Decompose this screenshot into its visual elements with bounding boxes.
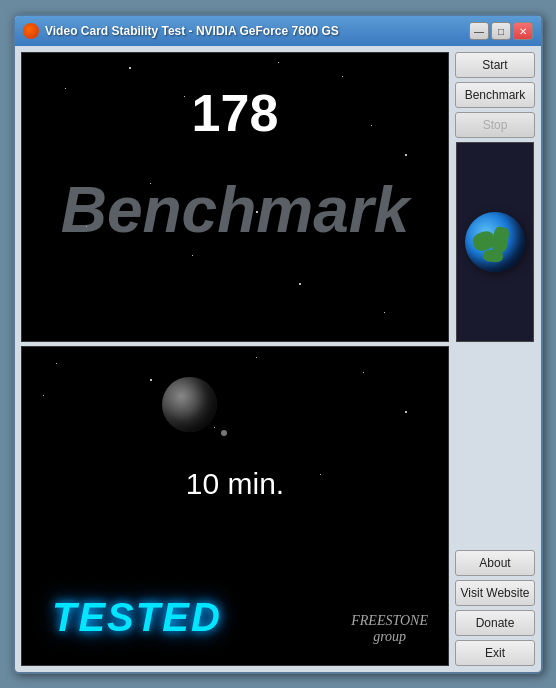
star <box>405 411 407 413</box>
star <box>342 76 343 77</box>
maximize-button[interactable]: □ <box>491 22 511 40</box>
minimize-button[interactable]: — <box>469 22 489 40</box>
visit-website-button[interactable]: Visit Website <box>455 580 535 606</box>
window-title: Video Card Stability Test - NVIDIA GeFor… <box>45 24 469 38</box>
star <box>278 62 279 63</box>
moon-shape <box>162 377 217 432</box>
benchmark-label: Benchmark <box>22 173 448 247</box>
app-icon <box>23 23 39 39</box>
top-buttons: Start Benchmark Stop <box>455 52 535 138</box>
star <box>129 67 131 69</box>
star <box>150 379 152 381</box>
freestone-label: FREESTONE group <box>351 613 428 645</box>
star <box>192 255 193 256</box>
about-button[interactable]: About <box>455 550 535 576</box>
star <box>384 312 385 313</box>
star <box>256 357 257 358</box>
left-panel: 178 Benchmark 10 min. TESTED <box>21 52 449 666</box>
test-canvas: 10 min. TESTED FREESTONE group <box>21 346 449 666</box>
earth-globe <box>465 212 525 272</box>
timer-display: 10 min. <box>22 467 448 501</box>
right-panel: Start Benchmark Stop About Visit Website… <box>455 52 535 666</box>
star <box>299 283 301 285</box>
exit-button[interactable]: Exit <box>455 640 535 666</box>
star <box>43 395 44 396</box>
earth-land-3 <box>483 249 504 263</box>
earth-display <box>456 142 534 342</box>
earth-land-2 <box>491 226 510 253</box>
start-button[interactable]: Start <box>455 52 535 78</box>
bottom-buttons: About Visit Website Donate Exit <box>455 550 535 666</box>
star <box>363 372 364 373</box>
tested-label: TESTED <box>52 595 222 640</box>
title-bar: Video Card Stability Test - NVIDIA GeFor… <box>15 16 541 46</box>
close-button[interactable]: ✕ <box>513 22 533 40</box>
star <box>405 154 407 156</box>
moon-display <box>162 377 217 432</box>
window-content: 178 Benchmark 10 min. TESTED <box>15 46 541 672</box>
star <box>56 363 57 364</box>
main-window: Video Card Stability Test - NVIDIA GeFor… <box>13 14 543 674</box>
benchmark-canvas: 178 Benchmark <box>21 52 449 342</box>
benchmark-score: 178 <box>22 83 448 143</box>
benchmark-button[interactable]: Benchmark <box>455 82 535 108</box>
window-controls: — □ ✕ <box>469 22 533 40</box>
donate-button[interactable]: Donate <box>455 610 535 636</box>
stop-button[interactable]: Stop <box>455 112 535 138</box>
